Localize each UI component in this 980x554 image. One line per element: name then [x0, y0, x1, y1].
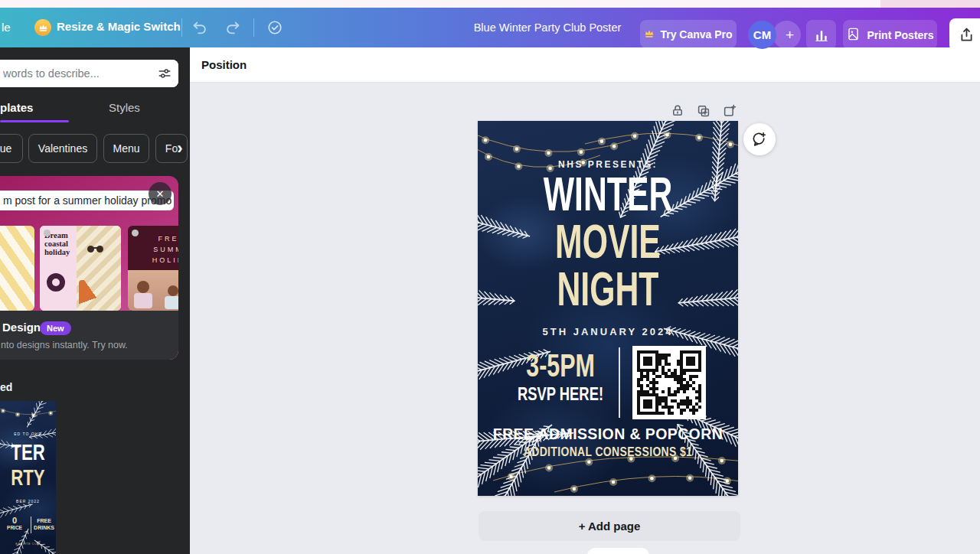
poster-date-text[interactable]: 5TH JANUARY 2024	[478, 326, 738, 337]
position-button[interactable]: Position	[201, 58, 247, 71]
thumb-title-line: TER	[5, 440, 51, 465]
recent-template-thumbnail[interactable]: ED TO OUR TER RTY BER 2022 0 PRICE FREE …	[0, 401, 56, 554]
promo-thumbnail-coastal[interactable]: Dream coastal holiday	[40, 226, 121, 311]
qr-code[interactable]	[632, 346, 706, 419]
analytics-button[interactable]	[806, 20, 836, 50]
thumbnail-panel: Dream coastal holiday	[40, 226, 77, 311]
bottom-controls-pill[interactable]	[587, 548, 649, 554]
chip-blue[interactable]: lue	[0, 134, 23, 163]
thumb-free-drinks: FREE DRINKS	[32, 517, 56, 531]
thumb-invite-text: ED TO OUR	[0, 432, 56, 436]
tab-templates[interactable]: plates	[0, 101, 33, 114]
undo-icon[interactable]	[191, 19, 208, 36]
recently-used-heading: ed	[0, 381, 12, 393]
resize-magic-switch-button[interactable]: Resize & Magic Switch	[57, 20, 181, 33]
add-page-icon[interactable]	[723, 104, 737, 118]
analytics-icon	[814, 28, 829, 43]
poster-admission-text[interactable]: FREE ADMISSION & POPCORN	[478, 425, 738, 443]
top-bar: le Resize & Magic Switch Blue Winter Par…	[0, 8, 980, 47]
sunglasses-graphic	[87, 246, 94, 253]
search-box	[0, 60, 178, 87]
poster-title-line[interactable]: MOVIE	[511, 215, 706, 267]
thumb-site-text: EATSITE COM	[0, 542, 56, 546]
redo-icon[interactable]	[224, 19, 241, 36]
active-tab-underline	[0, 120, 69, 122]
document-title[interactable]: Blue Winter Party Club Poster	[459, 21, 635, 34]
chip-valentines[interactable]: Valentines	[28, 134, 97, 163]
magic-design-label: Design	[2, 321, 41, 334]
context-toolbar: Position	[190, 47, 980, 83]
poster-time-text[interactable]: 3-5PM	[504, 347, 616, 383]
poster-concessions-text[interactable]: ADDITIONAL CONSESSIONS $1	[491, 445, 725, 460]
fan-graphic	[79, 280, 114, 311]
share-button[interactable]	[949, 18, 980, 51]
try-canva-pro-label: Try Canva Pro	[660, 28, 732, 41]
poster-title-line[interactable]: NIGHT	[511, 262, 706, 314]
promo-tagline: nto designs instantly. Try now.	[1, 340, 128, 350]
thumb-title-line: RTY	[5, 465, 51, 490]
browser-top-strip-accent	[880, 0, 980, 8]
promo-thumbnail-beach[interactable]	[0, 226, 34, 311]
crown-icon	[644, 28, 655, 41]
add-member-button[interactable]: +	[773, 21, 801, 49]
print-posters-button[interactable]: Print Posters	[843, 20, 937, 50]
chip-menu[interactable]: Menu	[103, 134, 149, 163]
thumb-price: 0 PRICE	[0, 516, 29, 530]
poster-title-line[interactable]: WINTER	[511, 168, 706, 220]
promo-thumbnail-summer[interactable]: FRE SUMM HOLID	[128, 226, 178, 311]
print-poster-icon	[846, 27, 861, 44]
promo-footer: Design New nto designs instantly. Try no…	[0, 311, 178, 360]
avatar[interactable]: CM	[748, 21, 776, 49]
magic-design-promo-card: m post for a summer holiday promo ✕ Drea…	[0, 176, 178, 360]
thumb-divider	[31, 517, 31, 533]
comment-icon	[751, 131, 768, 148]
toolbar-divider	[181, 18, 182, 37]
tab-styles[interactable]: Styles	[109, 101, 140, 114]
poster-page[interactable]: NHS PRESENTS: WINTER MOVIE NIGHT 5TH JAN…	[478, 121, 738, 496]
thumbnail-dot	[132, 230, 139, 236]
poster-rsvp-text[interactable]: RSVP HERE!	[504, 383, 616, 405]
promo-query-input[interactable]: m post for a summer holiday promo	[0, 191, 174, 210]
editor-canvas: Position NHS PRESENTS: WINTER MOVIE NIGH…	[190, 47, 980, 554]
thumb-date-text: BER 2022	[0, 499, 56, 503]
poster-divider-line[interactable]	[619, 347, 620, 418]
thumbnail-photo	[77, 226, 121, 311]
print-posters-label: Print Posters	[867, 29, 933, 41]
new-badge: New	[40, 321, 71, 335]
file-menu[interactable]: le	[2, 21, 11, 34]
thumbnail-text: FRE SUMM HOLID	[128, 233, 178, 266]
search-input[interactable]	[0, 60, 178, 87]
thumbnail-photo	[128, 270, 178, 311]
crown-icon	[34, 19, 51, 36]
toolbar-divider	[253, 18, 254, 37]
lock-icon[interactable]	[671, 104, 684, 118]
chevron-right-icon[interactable]: ›	[170, 138, 190, 159]
share-upload-icon	[959, 27, 975, 43]
close-icon[interactable]: ✕	[149, 182, 172, 205]
duplicate-page-icon[interactable]	[697, 104, 710, 118]
thumbnail-dot	[44, 230, 51, 236]
add-page-button[interactable]: + Add page	[479, 511, 740, 541]
try-canva-pro-button[interactable]: Try Canva Pro	[640, 20, 737, 48]
browser-top-strip	[0, 0, 980, 8]
cloud-save-status-icon	[266, 19, 283, 36]
add-comment-button[interactable]	[743, 123, 776, 155]
sidebar: plates Styles lue Valentines Menu Fo › m…	[0, 47, 190, 554]
brush-ring-graphic	[47, 273, 65, 292]
filter-icon[interactable]	[158, 67, 172, 83]
